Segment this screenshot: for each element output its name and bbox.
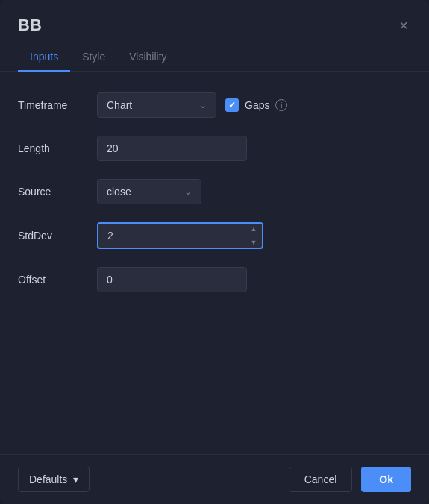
defaults-label: Defaults <box>29 473 67 485</box>
dialog-header: BB × <box>0 0 429 45</box>
gaps-group: ✓ Gaps i <box>225 98 287 112</box>
timeframe-value: Chart <box>107 99 132 111</box>
offset-label: Offset <box>18 274 85 286</box>
stddev-input[interactable] <box>97 222 263 249</box>
source-label: Source <box>18 186 85 198</box>
stddev-spinner-wrap: ▲ ▼ <box>97 222 263 249</box>
timeframe-dropdown[interactable]: Chart ⌄ <box>97 92 216 118</box>
dialog-footer: Defaults ▾ Cancel Ok <box>0 454 429 504</box>
length-label: Length <box>18 142 85 154</box>
source-chevron-icon: ⌄ <box>184 186 192 197</box>
timeframe-controls: Chart ⌄ ✓ Gaps i <box>97 92 411 118</box>
ok-button[interactable]: Ok <box>361 467 411 492</box>
gaps-label: Gaps <box>245 99 269 111</box>
offset-input[interactable] <box>97 267 247 292</box>
check-icon: ✓ <box>228 100 236 110</box>
cancel-button[interactable]: Cancel <box>289 467 353 492</box>
close-button[interactable]: × <box>396 15 411 36</box>
length-input[interactable] <box>97 136 247 161</box>
inputs-content: Timeframe Chart ⌄ ✓ Gaps i Len <box>0 72 429 454</box>
tabs-bar: Inputs Style Visibility <box>0 45 429 72</box>
dialog-title: BB <box>18 16 42 35</box>
stddev-increment-button[interactable]: ▲ <box>244 222 263 236</box>
timeframe-label: Timeframe <box>18 99 85 111</box>
stddev-label: StdDev <box>18 230 85 242</box>
source-value: close <box>107 186 131 198</box>
timeframe-row: Timeframe Chart ⌄ ✓ Gaps i <box>18 92 411 118</box>
source-row: Source close ⌄ <box>18 179 411 204</box>
defaults-button[interactable]: Defaults ▾ <box>18 467 90 492</box>
stddev-controls: ▲ ▼ <box>97 222 411 249</box>
stddev-row: StdDev ▲ ▼ <box>18 222 411 249</box>
timeframe-chevron-icon: ⌄ <box>199 100 207 110</box>
info-symbol: i <box>281 101 282 110</box>
footer-right: Cancel Ok <box>289 467 411 492</box>
offset-controls <box>97 267 411 292</box>
dialog: BB × Inputs Style Visibility Timeframe C… <box>0 0 429 504</box>
stddev-decrement-button[interactable]: ▼ <box>244 236 263 249</box>
defaults-chevron-icon: ▾ <box>73 473 78 485</box>
gaps-info-icon[interactable]: i <box>275 99 287 111</box>
offset-row: Offset <box>18 267 411 292</box>
stddev-spinner-buttons: ▲ ▼ <box>244 222 263 249</box>
source-controls: close ⌄ <box>97 179 411 204</box>
gaps-checkbox[interactable]: ✓ <box>225 98 239 112</box>
length-row: Length <box>18 136 411 161</box>
tab-visibility[interactable]: Visibility <box>117 45 178 72</box>
tab-style[interactable]: Style <box>70 45 117 72</box>
source-dropdown[interactable]: close ⌄ <box>97 179 201 204</box>
tab-inputs[interactable]: Inputs <box>18 45 70 72</box>
length-controls <box>97 136 411 161</box>
